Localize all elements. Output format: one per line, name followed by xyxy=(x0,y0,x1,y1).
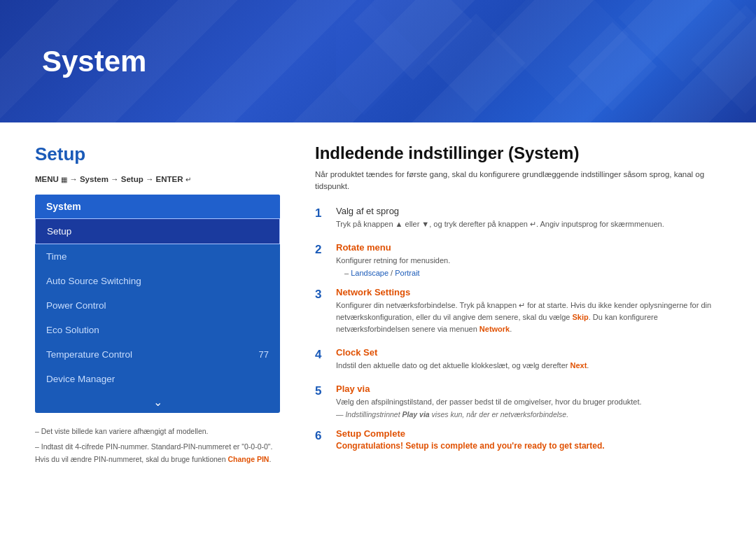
intro-text: Når produktet tændes for første gang, sk… xyxy=(315,169,721,193)
step-4-desc: Indstil den aktuelle dato og det aktuell… xyxy=(336,360,721,372)
step-number-6: 6 xyxy=(315,429,328,451)
menu-item-label: Power Control xyxy=(46,300,106,311)
menu-header: System xyxy=(35,195,280,218)
menu-path: MENU ▦ → System → Setup → ENTER ↵ xyxy=(35,175,280,183)
step-5-label: Play via xyxy=(336,384,721,394)
landscape-link: Landscape xyxy=(351,269,388,277)
menu-item-eco-solution[interactable]: Eco Solution xyxy=(35,318,280,342)
step-1-content: Valg af et sprog Tryk på knappen ▲ eller… xyxy=(336,206,721,232)
menu-item-power-control[interactable]: Power Control xyxy=(35,293,280,318)
menu-item-label: Auto Source Switching xyxy=(46,276,141,286)
page-title: System xyxy=(42,45,146,78)
step-1-desc: Tryk på knappen ▲ eller ▼, og tryk deref… xyxy=(336,218,721,230)
header-banner: System xyxy=(0,0,756,122)
step-1-label: Valg af et sprog xyxy=(336,206,721,216)
menu-item-label: Setup xyxy=(47,226,71,237)
step-5-note: Indstillingstrinnet Play via vises kun, … xyxy=(336,410,721,419)
next-highlight: Next xyxy=(570,361,587,370)
left-panel: Setup MENU ▦ → System → Setup → ENTER ↵ … xyxy=(35,143,280,513)
step-4-content: Clock Set Indstil den aktuelle dato og d… xyxy=(336,347,721,374)
step-2-label: Rotate menu xyxy=(336,242,721,253)
step-5: 5 Play via Vælg den afspilningstilstand,… xyxy=(315,384,721,419)
menu-item-auto-source[interactable]: Auto Source Switching xyxy=(35,269,280,293)
system-menu: System Setup Time Auto Source Switching … xyxy=(35,195,280,413)
step-3-content: Network Settings Konfigurer din netværks… xyxy=(336,287,721,337)
menu-item-time[interactable]: Time xyxy=(35,244,280,269)
temperature-value: 77 xyxy=(259,349,269,360)
step-4-label: Clock Set xyxy=(336,347,721,358)
footnote-1: – Det viste billede kan variere afhængig… xyxy=(35,426,280,438)
step-2-desc: Konfigurer retning for menusiden. xyxy=(336,255,721,267)
step-4: 4 Clock Set Indstil den aktuelle dato og… xyxy=(315,347,721,374)
decorative-diamonds xyxy=(336,0,756,122)
steps-list: 1 Valg af et sprog Tryk på knappen ▲ ell… xyxy=(315,206,721,451)
footnotes: – Det viste billede kan variere afhængig… xyxy=(35,426,280,466)
step-3-label: Network Settings xyxy=(336,287,721,297)
step-number-3: 3 xyxy=(315,288,328,337)
menu-item-label: Temperature Control xyxy=(46,349,132,360)
portrait-link: Portrait xyxy=(395,269,419,277)
skip-highlight: Skip xyxy=(573,313,589,321)
step-number-5: 5 xyxy=(315,384,328,419)
step-number-2: 2 xyxy=(315,243,328,277)
step-5-content: Play via Vælg den afspilningstilstand, d… xyxy=(336,384,721,419)
menu-item-device-manager[interactable]: Device Manager xyxy=(35,367,280,391)
step-6-label: Setup Complete xyxy=(336,428,721,439)
congratulations-text: Congratulations! Setup is complete and y… xyxy=(336,441,721,451)
step-2: 2 Rotate menu Konfigurer retning for men… xyxy=(315,242,721,277)
main-content: Setup MENU ▦ → System → Setup → ENTER ↵ … xyxy=(0,122,756,534)
right-panel: Indledende indstillinger (System) Når pr… xyxy=(315,143,721,513)
menu-item-label: Eco Solution xyxy=(46,325,99,335)
scroll-down-arrow[interactable]: ⌄ xyxy=(35,391,280,413)
menu-item-label: Time xyxy=(46,251,67,262)
step-6-content: Setup Complete Congratulations! Setup is… xyxy=(336,428,721,451)
change-pin-link[interactable]: Change PIN xyxy=(227,455,269,463)
step-number-1: 1 xyxy=(315,206,328,232)
step-2-content: Rotate menu Konfigurer retning for menus… xyxy=(336,242,721,277)
step-5-desc: Vælg den afspilningstilstand, der passer… xyxy=(336,396,721,408)
step-6: 6 Setup Complete Congratulations! Setup … xyxy=(315,428,721,451)
setup-heading: Setup xyxy=(35,143,280,165)
menu-item-setup[interactable]: Setup xyxy=(35,218,280,244)
step-3: 3 Network Settings Konfigurer din netvær… xyxy=(315,287,721,337)
network-highlight: Network xyxy=(479,325,510,333)
step-3-desc: Konfigurer din netværksforbindelse. Tryk… xyxy=(336,300,721,335)
step-2-sub: Landscape / Portrait xyxy=(344,269,721,277)
step-1: 1 Valg af et sprog Tryk på knappen ▲ ell… xyxy=(315,206,721,232)
footnote-2: – Indtast dit 4-cifrede PIN-nummer. Stan… xyxy=(35,441,280,466)
menu-item-label: Device Manager xyxy=(46,374,115,384)
step-number-4: 4 xyxy=(315,348,328,374)
menu-item-temperature[interactable]: Temperature Control 77 xyxy=(35,342,280,367)
content-title: Indledende indstillinger (System) xyxy=(315,143,721,163)
